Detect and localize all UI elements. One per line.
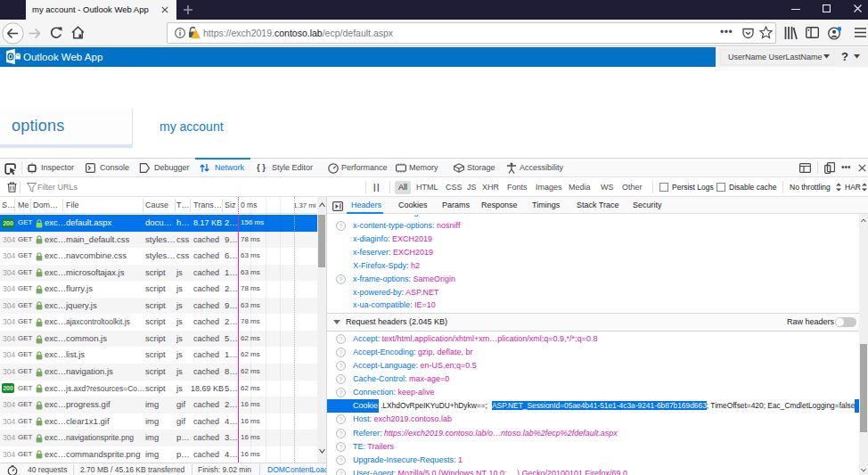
svg-text:?: ? [340, 336, 343, 342]
svg-text:?: ? [340, 276, 343, 283]
svg-text:?: ? [340, 349, 343, 356]
svg-text:?: ? [340, 223, 343, 229]
svg-text:?: ? [340, 389, 343, 396]
svg-text:?: ? [340, 416, 343, 422]
svg-text:?: ? [340, 363, 343, 369]
svg-text:?: ? [340, 444, 343, 450]
svg-text:?: ? [340, 430, 343, 437]
svg-text:?: ? [340, 471, 343, 475]
svg-text:?: ? [340, 457, 343, 463]
svg-text:?: ? [340, 376, 343, 382]
